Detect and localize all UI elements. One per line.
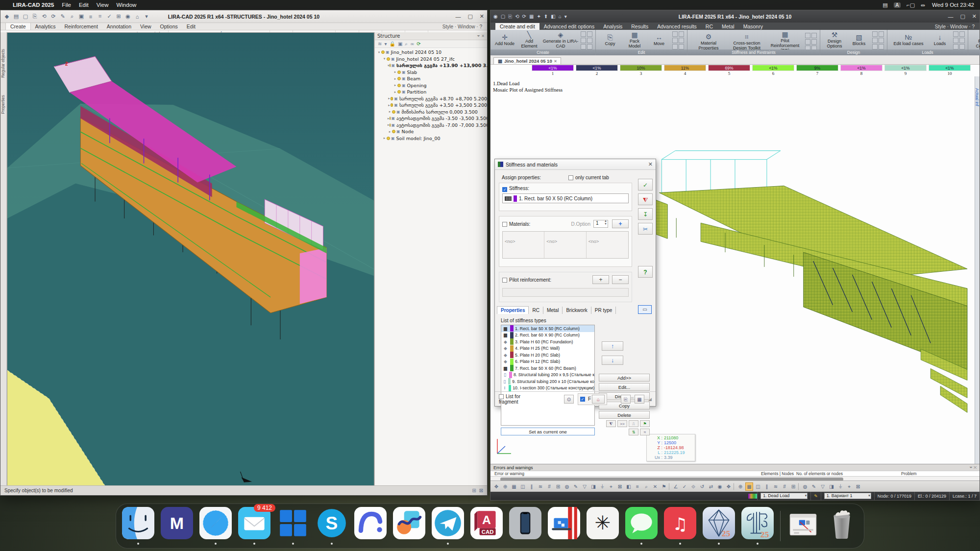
quick-access-icon[interactable]: ⌂ xyxy=(134,14,141,20)
tab-advanced-edit-options[interactable]: Advanced edit options xyxy=(539,23,599,30)
dock-item-skype[interactable]: S xyxy=(316,507,348,545)
tab-view[interactable]: View xyxy=(136,23,156,30)
ribbon-mini-icon[interactable] xyxy=(581,38,586,43)
cad-3d-viewport[interactable]: 2 xyxy=(7,32,374,495)
view-toolbar-icon[interactable]: ✓ xyxy=(681,482,688,491)
legend-mini-icon[interactable] xyxy=(748,494,757,499)
visibility-icon[interactable] xyxy=(390,64,391,67)
dialog-tab-rc[interactable]: RC xyxy=(529,307,543,314)
tab-analytics[interactable]: Analytics xyxy=(31,23,60,30)
ribbon-button-edit-load-cases[interactable]: №Edit load cases xyxy=(890,34,927,47)
building-filter-icon[interactable]: ⌂ xyxy=(592,395,605,404)
view-toolbar-icon[interactable]: ⌖ xyxy=(845,482,853,491)
menu-app-name[interactable]: LIRA-CAD 2025 xyxy=(13,2,54,8)
quick-access-icon[interactable]: ▢ xyxy=(22,13,29,20)
tab-analysis[interactable]: Analysis xyxy=(599,23,627,30)
search-tree-icon[interactable]: ⌕ xyxy=(405,41,408,47)
view-toolbar-icon[interactable]: ◨ xyxy=(828,482,835,491)
expander-icon[interactable]: ▾ xyxy=(377,50,381,54)
filter-button[interactable]: ⧨ xyxy=(638,193,653,205)
expander-icon[interactable]: ▸ xyxy=(388,130,392,134)
quick-access-icon[interactable]: ✓ xyxy=(106,13,113,20)
ribbon-button-move[interactable]: ↔Move xyxy=(648,34,670,47)
tree-item[interactable]: ▸▣სართულის გეგმა +3,50 +3,500 5.200 xyxy=(375,102,487,109)
stiffness-type-item[interactable]: ▯8. Structural tubing 200 x 9,5 (Стальны… xyxy=(501,372,594,379)
quick-access-icon[interactable]: ⊞ xyxy=(115,13,122,20)
ribbon-mini-icon[interactable] xyxy=(672,38,678,43)
ribbon-mini-icon[interactable] xyxy=(679,31,684,37)
lira-cad-titlebar[interactable]: ◆▤▢⎘⟲⟳✎⌕▣≡⌗✓⊞◉⌂▾ LIRA-CAD 2025 R1 x64 -S… xyxy=(0,10,487,23)
view-toolbar-icon[interactable]: ✕ xyxy=(651,482,659,491)
view-toolbar-icon[interactable]: ⊕ xyxy=(736,482,744,491)
view-toolbar-icon[interactable]: ◫ xyxy=(754,482,762,491)
ribbon-mini-icon[interactable] xyxy=(959,38,965,43)
view-toolbar-icon[interactable]: ⊞ xyxy=(789,482,797,491)
ribbon-mini-icon[interactable] xyxy=(587,38,592,43)
ribbon-mini-icon[interactable] xyxy=(679,38,684,43)
pin-icon[interactable]: ⏷ xyxy=(477,34,480,38)
stiffness-type-item[interactable]: ◆6. Plate H 12 (RC Slab) xyxy=(501,359,594,365)
tab-create[interactable]: Create xyxy=(5,23,31,30)
visibility-icon[interactable] xyxy=(387,137,390,140)
ribbon-style-window-menu[interactable]: Style · Window · ? xyxy=(935,24,975,29)
view-toolbar-icon[interactable]: ≡ xyxy=(634,482,641,491)
input-source-indicator[interactable]: A xyxy=(894,2,901,8)
ribbon-mini-icon[interactable] xyxy=(587,44,592,49)
ribbon-mini-icon[interactable] xyxy=(581,31,586,37)
pilot-remove-button[interactable]: − xyxy=(612,275,629,284)
quick-access-icon[interactable]: ⟳ xyxy=(522,14,526,19)
legend-item[interactable]: <1%9 xyxy=(884,65,927,76)
tree-item[interactable]: ▸▣Partition xyxy=(375,89,487,96)
ribbon-mini-icon[interactable] xyxy=(811,39,817,45)
dock-item-lira-fem[interactable]: 25 xyxy=(703,507,735,545)
pilot-field[interactable] xyxy=(502,288,629,297)
variant-selector[interactable]: 1. Вариант 1 xyxy=(824,493,871,499)
ribbon-mini-icon[interactable] xyxy=(811,33,817,38)
quick-access-icon[interactable]: ◧ xyxy=(551,14,555,19)
copy-list-button[interactable]: ⎘ xyxy=(621,395,631,404)
stiffness-type-item[interactable]: ◆3. Plate H 60 (RC Foundation) xyxy=(501,338,594,345)
ribbon-mini-icon[interactable] xyxy=(872,38,878,43)
tree-item[interactable]: ▸▣Slab xyxy=(375,69,487,76)
close-button[interactable]: ✕ xyxy=(480,13,484,20)
legend-item[interactable]: <1%10 xyxy=(929,65,971,76)
expander-icon[interactable]: ▸ xyxy=(388,117,390,120)
dock-item-safari[interactable] xyxy=(199,507,232,545)
add-material-button[interactable]: + xyxy=(612,219,629,228)
dropdown-icon[interactable]: ▾ xyxy=(384,41,387,47)
dock-item-chatgpt[interactable]: ✳ xyxy=(587,507,619,545)
expander-icon[interactable]: ▾ xyxy=(388,64,390,68)
quick-access-icon[interactable]: ⟳ xyxy=(50,13,57,20)
stiffness-type-item[interactable]: ▆2. Rect. bar 60 X 90 (RC Column) xyxy=(501,332,594,339)
visibility-icon[interactable] xyxy=(387,57,390,61)
errors-col-count[interactable]: No. of elements or nodes xyxy=(796,471,843,476)
ribbon-mini-icon[interactable] xyxy=(879,44,884,49)
view-toolbar-icon[interactable]: ⊞ xyxy=(554,482,562,491)
dock-item-remote-desktop[interactable] xyxy=(548,507,580,545)
view-toolbar-icon[interactable]: ∥ xyxy=(528,482,536,491)
eye-button[interactable]: ⊙ xyxy=(564,395,574,404)
fragment-filter-control[interactable]: ✓F ⌂ xyxy=(578,393,607,405)
expander-icon[interactable]: ▸ xyxy=(393,70,397,74)
ribbon-mini-icon[interactable] xyxy=(879,38,884,43)
side-tab-regular-objects[interactable]: Regular objects xyxy=(0,49,7,78)
expander-icon[interactable]: ▸ xyxy=(382,136,387,140)
quick-access-icon[interactable]: ▣ xyxy=(78,13,85,20)
tab-metal[interactable]: Metal xyxy=(717,23,739,30)
expander-icon[interactable]: ▸ xyxy=(388,123,390,127)
quick-access-icon[interactable]: ◉ xyxy=(124,13,131,20)
view-toolbar-icon[interactable]: ◫ xyxy=(519,482,527,491)
document-tab[interactable]: ▦ Jino_hotel 2024 05 10 × xyxy=(493,57,561,64)
forward-icon[interactable]: >> xyxy=(617,420,627,427)
ribbon-mini-icon[interactable] xyxy=(959,44,965,49)
legend-item[interactable]: <1%2 xyxy=(576,65,618,76)
menu-item-file[interactable]: File xyxy=(62,2,71,8)
lock-icon[interactable]: 🔒 xyxy=(389,41,395,47)
dock-item-windows-app[interactable] xyxy=(277,507,309,545)
dialog-close-icon[interactable]: ✕ xyxy=(648,161,653,168)
quick-access-icon[interactable]: ⎘ xyxy=(31,13,38,20)
view-toolbar-icon[interactable]: # xyxy=(545,482,553,491)
tree-item[interactable]: ▾▣სართულის გეგმა +13.90 +13,900 3.000 xyxy=(375,62,487,69)
load-case-selector[interactable]: 1. Dead Load xyxy=(760,493,808,499)
ribbon-mini-icon[interactable] xyxy=(672,44,678,49)
